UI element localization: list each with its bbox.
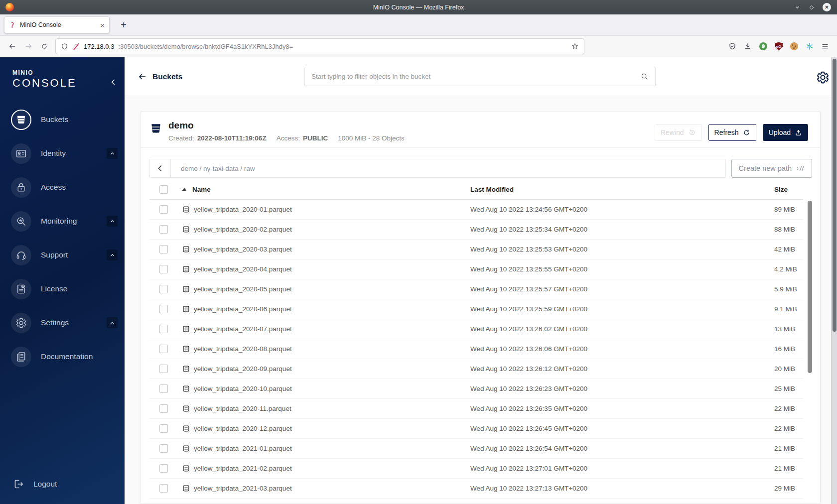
url-bar[interactable]: 172.18.0.3 :30503/buckets/demo/browse/bn… — [55, 38, 584, 54]
sidebar-item-monitoring[interactable]: Monitoring — [0, 204, 125, 238]
bucket-summary: demo Created: 2022-08-10T11:19:06Z Acces… — [140, 112, 820, 148]
row-checkbox[interactable] — [159, 384, 168, 393]
page-scrollbar-thumb[interactable] — [833, 59, 837, 332]
object-row[interactable]: yellow_tripdata_2020-11.parquet Wed Aug … — [149, 399, 803, 419]
window-titlebar: MinIO Console — Mozilla Firefox ✕ — [0, 0, 837, 14]
object-name: yellow_tripdata_2020-10.parquet — [194, 385, 292, 392]
window-title: MinIO Console — Mozilla Firefox — [0, 4, 837, 11]
row-checkbox[interactable] — [159, 365, 168, 373]
object-row[interactable]: yellow_tripdata_2021-03.parquet Wed Aug … — [149, 479, 803, 499]
tab-close-icon[interactable]: × — [100, 21, 105, 29]
browser-tab[interactable]: MinIO Console × — [4, 16, 110, 33]
row-checkbox[interactable] — [159, 404, 168, 413]
menu-icon-circle — [11, 279, 31, 299]
chevron-up-icon[interactable] — [107, 216, 118, 227]
sidebar-item-support[interactable]: Support — [0, 238, 125, 272]
column-size[interactable]: Size — [774, 186, 803, 193]
bucket-icon — [149, 122, 162, 135]
cookie-extension-icon[interactable] — [790, 42, 798, 50]
insecure-lock-icon[interactable] — [72, 43, 80, 50]
create-new-path-button[interactable]: Create new path — [731, 159, 812, 178]
sidebar-item-settings[interactable]: Settings — [0, 306, 125, 340]
chevron-up-icon[interactable] — [107, 250, 118, 260]
back-label: Buckets — [152, 72, 182, 81]
object-name: yellow_tripdata_2020-02.parquet — [194, 226, 292, 233]
sidebar-item-buckets[interactable]: Buckets — [0, 103, 125, 136]
downloads-icon[interactable] — [744, 42, 752, 50]
minio-favicon-icon — [9, 21, 16, 28]
row-checkbox[interactable] — [159, 205, 168, 214]
upload-button[interactable]: Upload — [763, 124, 808, 141]
object-size: 13 MiB — [774, 325, 803, 333]
object-file-icon — [182, 325, 190, 333]
select-all-checkbox[interactable] — [159, 185, 168, 194]
object-last-modified: Wed Aug 10 2022 13:25:55 GMT+0200 — [470, 265, 774, 273]
row-checkbox[interactable] — [159, 285, 168, 293]
object-row[interactable]: yellow_tripdata_2020-09.parquet Wed Aug … — [149, 359, 803, 379]
object-name: yellow_tripdata_2021-02.parquet — [194, 465, 292, 472]
object-row[interactable]: yellow_tripdata_2020-07.parquet Wed Aug … — [149, 319, 803, 339]
object-row[interactable]: yellow_tripdata_2020-05.parquet Wed Aug … — [149, 279, 803, 299]
object-name: yellow_tripdata_2021-03.parquet — [194, 485, 292, 492]
chevron-up-icon[interactable] — [107, 317, 118, 328]
logout-icon — [12, 478, 24, 490]
object-row[interactable]: yellow_tripdata_2020-03.parquet Wed Aug … — [149, 240, 803, 259]
ublock-origin-icon[interactable]: uO — [775, 42, 783, 51]
row-checkbox[interactable] — [159, 225, 168, 234]
tracking-shield-icon[interactable] — [61, 43, 68, 50]
settings-gear-icon[interactable] — [816, 71, 830, 84]
object-file-icon — [182, 424, 190, 433]
object-row[interactable]: yellow_tripdata_2020-01.parquet Wed Aug … — [149, 200, 803, 220]
sidebar-item-access[interactable]: Access — [0, 170, 125, 204]
rewind-button[interactable]: Rewind — [655, 124, 702, 141]
object-row[interactable]: yellow_tripdata_2020-04.parquet Wed Aug … — [149, 259, 803, 279]
path-back-icon[interactable] — [150, 159, 171, 177]
reload-icon[interactable] — [36, 43, 52, 50]
row-checkbox[interactable] — [159, 484, 168, 493]
row-checkbox[interactable] — [159, 265, 168, 273]
sidebar-item-identity[interactable]: Identity — [0, 136, 125, 170]
object-file-icon — [182, 205, 190, 214]
row-checkbox[interactable] — [159, 464, 168, 473]
object-row[interactable]: yellow_tripdata_2020-06.parquet Wed Aug … — [149, 299, 803, 319]
object-row[interactable]: yellow_tripdata_2020-12.parquet Wed Aug … — [149, 419, 803, 439]
row-checkbox[interactable] — [159, 325, 168, 333]
back-to-buckets[interactable]: Buckets — [138, 72, 182, 81]
column-name[interactable]: Name — [182, 186, 470, 193]
hamburger-menu-icon[interactable] — [821, 42, 829, 50]
table-scrollbar-thumb[interactable] — [808, 201, 812, 373]
back-icon[interactable] — [4, 42, 20, 50]
menu-icon-circle — [11, 211, 31, 232]
access-value: PUBLIC — [303, 134, 328, 142]
forward-icon[interactable] — [20, 42, 36, 50]
row-checkbox[interactable] — [159, 345, 168, 353]
sidebar-collapse-icon[interactable] — [110, 78, 118, 86]
object-name: yellow_tripdata_2020-11.parquet — [194, 405, 291, 412]
chevron-up-icon[interactable] — [107, 148, 118, 159]
object-row[interactable]: yellow_tripdata_2021-01.parquet Wed Aug … — [149, 439, 803, 459]
new-tab-button[interactable]: + — [117, 19, 130, 31]
row-checkbox[interactable] — [159, 245, 168, 253]
pocket-shield-icon[interactable] — [728, 42, 736, 50]
object-row[interactable]: yellow_tripdata_2020-10.parquet Wed Aug … — [149, 379, 803, 399]
bookmark-star-icon[interactable] — [571, 42, 579, 50]
minimize-icon[interactable] — [794, 4, 801, 10]
extension-green-icon[interactable] — [759, 42, 767, 50]
row-checkbox[interactable] — [159, 305, 168, 313]
main-area: Buckets demo Cr — [125, 57, 831, 504]
row-checkbox[interactable] — [159, 424, 168, 433]
object-row[interactable]: yellow_tripdata_2020-02.parquet Wed Aug … — [149, 220, 803, 240]
sidebar-item-documentation[interactable]: Documentation — [0, 340, 125, 374]
column-last-modified[interactable]: Last Modified — [470, 186, 774, 193]
object-name: yellow_tripdata_2020-09.parquet — [194, 365, 292, 373]
maximize-icon[interactable] — [809, 4, 815, 10]
sidebar-item-license[interactable]: License — [0, 272, 125, 306]
extension-asterisk-icon[interactable] — [806, 42, 814, 50]
sidebar-item-logout[interactable]: Logout — [12, 478, 57, 490]
object-row[interactable]: yellow_tripdata_2020-08.parquet Wed Aug … — [149, 339, 803, 359]
filter-objects-input[interactable] — [311, 73, 635, 80]
close-window-icon[interactable]: ✕ — [823, 3, 831, 11]
object-row[interactable]: yellow_tripdata_2021-02.parquet Wed Aug … — [149, 459, 803, 479]
refresh-button[interactable]: Refresh — [708, 124, 756, 141]
row-checkbox[interactable] — [159, 444, 168, 453]
